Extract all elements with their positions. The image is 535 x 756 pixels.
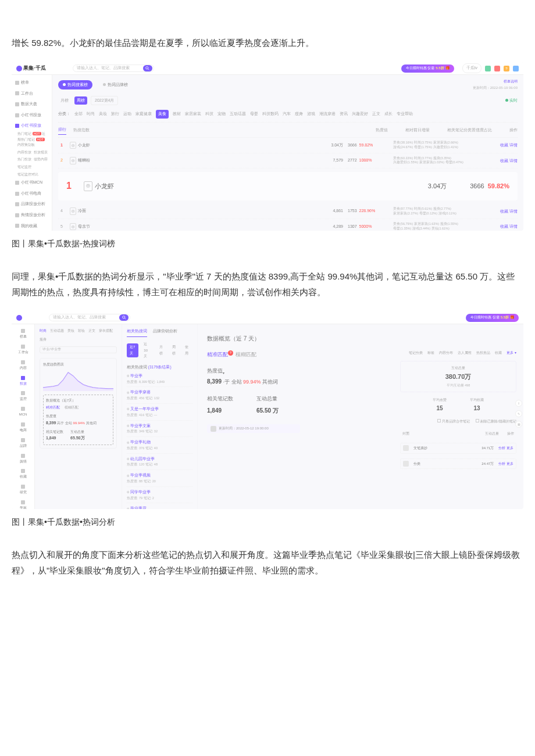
rhs-more[interactable]: 更多 ▾ xyxy=(507,350,516,356)
sb2-4[interactable]: 监控 xyxy=(14,389,32,404)
rhs-h2[interactable]: 内容分布 xyxy=(439,350,453,356)
tab-related-words[interactable]: 相关热搜词 xyxy=(127,328,147,337)
sidebar-sub-hot1[interactable]: 热门笔记 xyxy=(17,132,31,135)
sidebar-sub-g6[interactable]: 笔记监控对比 xyxy=(17,172,38,178)
sidebar-item-xhs-place2[interactable]: 小红书投放 xyxy=(15,120,48,131)
cat-10[interactable]: 宠物 xyxy=(217,110,226,118)
cat-food-active[interactable]: 美食 xyxy=(156,110,169,119)
cat-all[interactable]: 全部 xyxy=(74,110,83,118)
ops-4[interactable]: 收藏 详情 xyxy=(497,208,518,215)
pr-30d[interactable]: 近30天 xyxy=(141,341,154,360)
sb2-5[interactable]: MCN xyxy=(14,404,32,420)
keyword-1[interactable]: 小龙虾 xyxy=(78,142,90,149)
sb2-7[interactable]: 品牌 xyxy=(14,436,32,452)
sidebar-item-xhs-place[interactable]: 小红书投放 xyxy=(15,110,48,121)
chip-4[interactable]: 正文 xyxy=(88,328,95,334)
search-button[interactable] xyxy=(143,65,152,71)
tv-button[interactable]: 千瓜tv xyxy=(462,63,482,73)
assoc-item[interactable]: 毕业季视频热度值: 88 笔记: 20 xyxy=(127,470,192,487)
ops-5[interactable]: 收藏 详情 xyxy=(497,223,518,230)
rhs-h5[interactable]: 收藏 xyxy=(495,350,502,356)
sidebar-item-sentiment[interactable]: 舆情投放分析 xyxy=(15,210,48,221)
sb2-11[interactable]: 学苑 xyxy=(14,498,32,509)
assoc-item[interactable]: 毕业季礼物热度值: 376 笔记: 40 xyxy=(127,437,192,454)
cat-1[interactable]: 时尚 xyxy=(87,110,95,118)
sidebar-sub-g3[interactable]: 热门投放 xyxy=(17,157,31,163)
subtab-rank[interactable]: 排行 xyxy=(58,126,66,135)
cat-19[interactable]: 兴趣爱好 xyxy=(352,110,368,118)
cat-18[interactable]: 资讯 xyxy=(340,110,348,118)
sidebar-sub-g4[interactable]: 借势内容 xyxy=(34,157,48,163)
cat-12[interactable]: 母婴 xyxy=(250,110,258,118)
mini-tab-fuzzy[interactable]: 模糊匹配 xyxy=(65,404,79,411)
note-act-0[interactable]: 分析 更多 xyxy=(498,445,513,452)
top-icon-2[interactable] xyxy=(494,66,500,71)
note-name-0[interactable]: 文笔摘抄 xyxy=(413,445,477,452)
period-week[interactable]: 周榜 xyxy=(74,96,87,105)
tab-hot-search[interactable]: 热词搜索榜 xyxy=(58,80,92,90)
assoc-item[interactable]: 幼儿园毕业季热度值: 120 笔记: 48 xyxy=(127,454,192,471)
cat-17[interactable]: 潮流穿搭 xyxy=(319,110,336,118)
cat-8[interactable]: 家居家装 xyxy=(185,110,201,118)
assoc-item[interactable]: 又是一年毕业季热度值: 416 笔记: — xyxy=(127,404,192,421)
promo-banner-2[interactable]: 今日限时特惠 仅需 5.5折 🎁 xyxy=(466,314,519,322)
ops-1[interactable]: 收藏 详情 xyxy=(497,142,518,149)
top-icon-1[interactable] xyxy=(485,66,491,71)
note-act-1[interactable]: 分析 更多 xyxy=(498,461,513,467)
tab-hot-brand[interactable]: 热词品牌榜 xyxy=(98,80,133,90)
cat-14[interactable]: 汽车 xyxy=(283,110,291,118)
sidebar-item-fav[interactable]: 我的收藏 xyxy=(15,221,48,231)
cat-13[interactable]: 科技数码 xyxy=(262,110,279,118)
sidebar-sub-g5[interactable]: 笔记监控 xyxy=(17,164,31,170)
sidebar-item-dashboard[interactable]: 数据大盘 xyxy=(15,99,48,110)
search-input-2[interactable]: 请输入达人、笔记、品牌搜索 xyxy=(49,314,130,321)
fab-share-icon[interactable]: ⇪ xyxy=(515,400,522,407)
sidebar-item-rank[interactable]: 榜单 xyxy=(15,77,48,88)
cat-3[interactable]: 旅行 xyxy=(111,110,119,118)
fab-feedback-icon[interactable]: ✎ xyxy=(515,410,522,417)
checkbox-exclude-deleted[interactable]: 剔除已删除/隐藏的笔记 xyxy=(476,418,516,425)
rank-info-link[interactable]: 榜单说明 xyxy=(504,80,518,83)
hero-keyword[interactable]: 小龙虾 xyxy=(95,181,114,192)
help-icon[interactable]: ? xyxy=(504,66,509,71)
cat-2[interactable]: 美妆 xyxy=(99,110,107,118)
note-name-1[interactable]: 分类 xyxy=(413,461,477,467)
match-fuzzy[interactable]: 模糊匹配 xyxy=(236,350,256,359)
sb2-0[interactable]: 榜单 xyxy=(14,327,32,342)
sidebar-sub-g0[interactable]: 内容策划板 xyxy=(17,142,35,148)
assoc-item[interactable]: 同学毕业季热度值: 79 笔记: 2 xyxy=(127,487,192,504)
period-date[interactable]: 2022第4月 xyxy=(91,96,118,106)
promo-banner[interactable]: 今日限时特惠 仅需 5.5折 🎁 xyxy=(401,65,454,73)
cat-11[interactable]: 互动话题 xyxy=(230,110,246,118)
cat-7[interactable]: 教材 xyxy=(173,110,181,118)
assoc-item[interactable]: 毕业季热度值: 8,399 笔记: 1,849 xyxy=(127,371,192,388)
realtime-toggle[interactable]: 实时 xyxy=(505,97,518,105)
cat-16[interactable]: 游戏 xyxy=(307,110,315,118)
keyword-4[interactable]: 冷面 xyxy=(78,207,86,215)
rhs-h3[interactable]: 达人属性 xyxy=(458,350,472,356)
fab-app-icon[interactable]: ▦ xyxy=(515,421,522,428)
sb2-2[interactable]: 内容 xyxy=(14,358,32,374)
sidebar-sub-g2[interactable]: 投放报表 xyxy=(34,150,48,156)
mini-tab-exact[interactable]: 精准匹配 xyxy=(46,404,60,411)
assoc-item[interactable]: 毕业季花热度值: — 笔记: — xyxy=(127,503,192,509)
match-exact[interactable]: 精准匹配? xyxy=(207,350,233,359)
sb2-3[interactable]: 投放 xyxy=(14,374,32,389)
rhs-h1[interactable]: 标签 xyxy=(427,350,434,356)
sb2-6[interactable]: 电商 xyxy=(14,420,32,436)
sb2-10[interactable]: 研究 xyxy=(14,482,32,498)
chip-1[interactable]: 互动话题 xyxy=(50,328,64,334)
keyword-search[interactable]: 毕业/毕业季 xyxy=(40,346,117,353)
chip-2[interactable]: 美妆 xyxy=(67,328,74,334)
search-button-2[interactable] xyxy=(119,314,129,321)
rhs-h0[interactable]: 笔记分类 xyxy=(409,350,423,356)
chip-3[interactable]: 彩妆 xyxy=(78,328,85,334)
assoc-item[interactable]: 毕业季文案热度值: 349 笔记: 32 xyxy=(127,421,192,438)
sb2-9[interactable]: 收藏 xyxy=(14,467,32,482)
chip-6[interactable]: 瘦身 xyxy=(40,336,47,343)
sidebar-item-brand[interactable]: 品牌投放分析 xyxy=(15,199,48,210)
period-month[interactable]: 月榜 xyxy=(58,96,71,105)
pr-use[interactable]: 使用 xyxy=(182,343,192,357)
rhs-h4[interactable]: 热投推品 xyxy=(476,350,490,356)
keyword-5[interactable]: 母亲节 xyxy=(78,223,90,231)
